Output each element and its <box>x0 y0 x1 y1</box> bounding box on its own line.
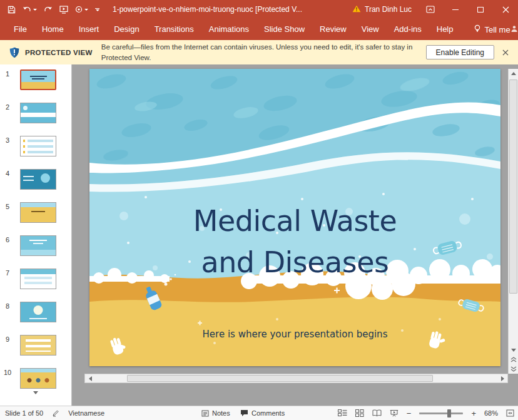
thumbnail-row-5[interactable]: 5 <box>0 202 71 235</box>
enable-editing-button[interactable]: Enable Editing <box>426 45 494 59</box>
tell-me-button[interactable]: Tell me <box>474 24 510 34</box>
title-bar: 1-powerpoint-ve-o-nhiem-moi-truong-nuoc … <box>0 0 518 19</box>
normal-view-button[interactable] <box>338 409 347 417</box>
slide-thumbnail[interactable] <box>20 202 56 223</box>
slide-thumbnail[interactable] <box>20 269 56 289</box>
spell-check-icon[interactable] <box>52 409 59 417</box>
slide-title[interactable]: Medical Waste and Diseases <box>89 200 500 283</box>
share-button[interactable]: Share <box>510 25 518 34</box>
horizontal-scroll-thumb[interactable] <box>127 375 433 382</box>
fit-slide-to-window-button[interactable] <box>506 409 514 417</box>
minimize-button[interactable] <box>443 0 468 19</box>
slide-thumbnail[interactable] <box>20 235 56 256</box>
zoom-in-button[interactable]: + <box>471 409 476 417</box>
tab-transitions[interactable]: Transitions <box>147 19 201 40</box>
comments-label: Comments <box>251 409 285 417</box>
maximize-button[interactable] <box>468 0 493 19</box>
ribbon-display-options-button[interactable] <box>418 0 443 19</box>
vertical-scroll-track[interactable] <box>509 78 518 346</box>
slide-number: 4 <box>0 169 15 202</box>
save-button[interactable] <box>4 4 19 16</box>
tab-add-ins[interactable]: Add-ins <box>387 19 429 40</box>
undo-dropdown-caret[interactable] <box>33 9 37 11</box>
thumbnail-row-4[interactable]: 4 <box>0 169 71 202</box>
lightbulb-icon <box>474 24 481 34</box>
account-name: Tran Dinh Luc <box>365 5 412 14</box>
slide-sorter-view-button[interactable] <box>355 409 364 417</box>
tab-help[interactable]: Help <box>429 19 461 40</box>
slide-number: 1 <box>0 69 15 103</box>
tab-insert[interactable]: Insert <box>71 19 107 40</box>
tab-file[interactable]: File <box>6 19 34 40</box>
slide-thumbnail[interactable] <box>20 302 56 322</box>
tab-review[interactable]: Review <box>312 19 354 40</box>
slide-thumbnail[interactable] <box>20 69 56 90</box>
slide-show-view-button[interactable] <box>390 409 399 417</box>
tell-me-label: Tell me <box>485 25 510 34</box>
thumbnail-row-3[interactable]: 3 <box>0 136 71 169</box>
notes-button[interactable]: Notes <box>201 406 230 420</box>
zoom-slider-thumb[interactable] <box>447 409 451 417</box>
account-button[interactable]: Tran Dinh Luc <box>352 5 412 14</box>
slide-canvas[interactable]: Medical Waste and Diseases Here is where… <box>89 69 500 366</box>
thumbnail-row-2[interactable]: 2 <box>0 103 71 136</box>
undo-button[interactable] <box>19 4 40 15</box>
slide-thumbnail[interactable] <box>20 136 56 156</box>
slide-number: 3 <box>0 136 15 169</box>
language-button[interactable]: Vietnamese <box>68 409 104 417</box>
tab-view[interactable]: View <box>354 19 387 40</box>
status-right-group: − + 68% <box>338 406 514 420</box>
next-slide-button[interactable] <box>509 364 518 374</box>
scroll-left-button[interactable] <box>85 374 95 383</box>
tab-slide-show[interactable]: Slide Show <box>256 19 312 40</box>
slide-title-line1: Medical Waste <box>89 200 500 242</box>
touch-mouse-mode-button[interactable] <box>72 4 91 15</box>
thumbnail-row-7[interactable]: 7 <box>0 269 71 302</box>
close-button[interactable] <box>493 0 518 19</box>
start-slideshow-button[interactable] <box>56 4 71 16</box>
vertical-scrollbar[interactable] <box>508 69 518 374</box>
slide-number: 6 <box>0 235 15 269</box>
tab-home[interactable]: Home <box>34 19 71 40</box>
slide-thumbnail[interactable] <box>20 368 56 389</box>
tab-animations[interactable]: Animations <box>201 19 256 40</box>
zoom-out-button[interactable]: − <box>407 409 412 417</box>
horizontal-scrollbar[interactable] <box>84 374 508 383</box>
slide-number: 10 <box>0 368 15 401</box>
thumbnail-row-8[interactable]: 8 <box>0 302 71 335</box>
slide-number: 5 <box>0 202 15 235</box>
touch-mode-dropdown-caret[interactable] <box>84 9 88 11</box>
horizontal-scroll-track[interactable] <box>95 374 497 382</box>
slide-thumbnail[interactable] <box>20 169 56 190</box>
notes-label: Notes <box>212 409 230 417</box>
protected-view-banner: PROTECTED VIEW Be careful—files from the… <box>0 40 518 64</box>
previous-slide-button[interactable] <box>509 355 518 364</box>
reading-view-button[interactable] <box>372 409 382 417</box>
person-icon <box>510 25 518 34</box>
slide-thumbnail[interactable] <box>20 335 56 356</box>
thumbnail-row-9[interactable]: 9 <box>0 335 71 368</box>
thumbnail-scroll-down-icon[interactable] <box>33 394 38 404</box>
scroll-down-button[interactable] <box>509 346 518 355</box>
customize-qat-button[interactable] <box>92 6 103 13</box>
banner-close-button[interactable] <box>500 48 510 58</box>
main-area: 1 2 3 4 5 6 7 8 9 10 <box>0 64 518 406</box>
comments-button[interactable]: Comments <box>240 406 285 420</box>
zoom-slider[interactable] <box>419 412 463 414</box>
scroll-up-button[interactable] <box>509 69 518 78</box>
vertical-scroll-thumb[interactable] <box>509 79 517 294</box>
slide-number: 7 <box>0 269 15 302</box>
protected-view-message: Be careful—files from the Internet can c… <box>101 42 417 63</box>
slide-subtitle[interactable]: Here is where your presentation begins <box>89 329 500 340</box>
thumbnail-row-6[interactable]: 6 <box>0 235 71 269</box>
powerpoint-window: 1-powerpoint-ve-o-nhiem-moi-truong-nuoc … <box>0 0 518 420</box>
scroll-right-button[interactable] <box>497 374 507 383</box>
tab-design[interactable]: Design <box>106 19 146 40</box>
redo-button[interactable] <box>41 4 56 15</box>
zoom-level[interactable]: 68% <box>484 409 498 417</box>
comments-icon <box>240 409 248 417</box>
slide-thumbnail[interactable] <box>20 103 56 123</box>
slide-indicator: Slide 1 of 50 <box>5 409 43 417</box>
thumbnail-row-1[interactable]: 1 <box>0 69 71 103</box>
status-left-group: Slide 1 of 50 Vietnamese <box>5 406 104 420</box>
